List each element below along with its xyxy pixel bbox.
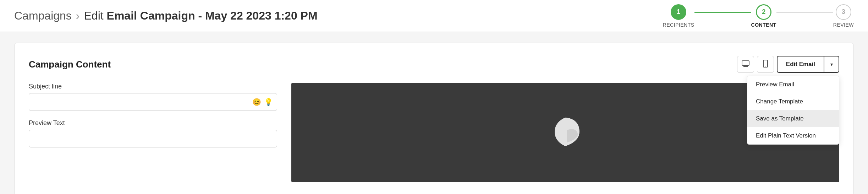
- card-title: Campaign Content: [29, 59, 111, 70]
- connector-2-3: [776, 12, 833, 13]
- step-2[interactable]: 2 CONTENT: [751, 4, 776, 28]
- step-1-label: RECIPIENTS: [663, 22, 694, 28]
- subject-input-wrapper: 😊 💡: [29, 93, 277, 111]
- subject-line-input[interactable]: [29, 93, 277, 111]
- main-content: Campaign Content: [0, 32, 868, 194]
- card-actions: Edit Email ▾ Preview Email Change Templa…: [737, 56, 839, 73]
- mobile-icon: [763, 60, 768, 69]
- step-1-circle: 1: [671, 4, 686, 20]
- step-3-label: REVIEW: [833, 22, 854, 28]
- mobile-view-button[interactable]: [757, 56, 774, 73]
- edit-email-button[interactable]: Edit Email: [777, 56, 824, 73]
- dropdown-arrow-icon: ▾: [830, 61, 833, 67]
- subject-line-group: Subject line 😊 💡: [29, 83, 277, 111]
- card-header: Campaign Content: [29, 56, 839, 73]
- form-section: Subject line 😊 💡 Preview Text: [29, 83, 839, 182]
- svg-rect-0: [742, 61, 749, 65]
- dropdown-item-save-as-template[interactable]: Save as Template: [747, 110, 839, 127]
- breadcrumb-title: Email Campaign - May 22 2023 1:20 PM: [107, 9, 318, 22]
- preview-logo: [544, 114, 587, 151]
- connector-1-2: [694, 12, 751, 13]
- form-left: Subject line 😊 💡 Preview Text: [29, 83, 277, 182]
- bulb-icon[interactable]: 💡: [264, 98, 273, 106]
- dropdown-item-change-template[interactable]: Change Template: [747, 93, 839, 110]
- edit-email-button-group: Edit Email ▾: [777, 56, 839, 73]
- desktop-icon: [742, 60, 749, 69]
- breadcrumb-page: Edit Email Campaign - May 22 2023 1:20 P…: [84, 9, 318, 22]
- stepper: 1 RECIPIENTS 2 CONTENT 3 REVIEW: [663, 4, 854, 28]
- preview-text-input[interactable]: [29, 130, 277, 147]
- step-3[interactable]: 3 REVIEW: [833, 4, 854, 28]
- preview-text-group: Preview Text: [29, 119, 277, 147]
- step-2-circle: 2: [756, 4, 771, 20]
- subject-input-icons: 😊 💡: [252, 98, 273, 106]
- breadcrumb-separator: ›: [76, 9, 80, 22]
- campaign-content-card: Campaign Content: [14, 43, 854, 194]
- dropdown-menu: Preview Email Change Template Save as Te…: [747, 76, 839, 145]
- breadcrumb-campaigns[interactable]: Campaigns: [14, 9, 72, 22]
- subject-line-label: Subject line: [29, 83, 277, 90]
- desktop-view-button[interactable]: [737, 56, 754, 73]
- svg-point-5: [765, 66, 766, 66]
- dropdown-item-edit-plain-text[interactable]: Edit Plain Text Version: [747, 127, 839, 144]
- breadcrumb: Campaigns › Edit Email Campaign - May 22…: [14, 9, 318, 22]
- header: Campaigns › Edit Email Campaign - May 22…: [0, 0, 868, 32]
- preview-text-label: Preview Text: [29, 119, 277, 127]
- step-1[interactable]: 1 RECIPIENTS: [663, 4, 694, 28]
- dropdown-item-preview-email[interactable]: Preview Email: [747, 76, 839, 93]
- step-3-circle: 3: [836, 4, 851, 20]
- preview-text-input-wrapper: [29, 130, 277, 147]
- step-2-label: CONTENT: [751, 22, 776, 28]
- emoji-icon[interactable]: 😊: [252, 98, 261, 106]
- edit-email-dropdown-button[interactable]: ▾: [824, 56, 839, 73]
